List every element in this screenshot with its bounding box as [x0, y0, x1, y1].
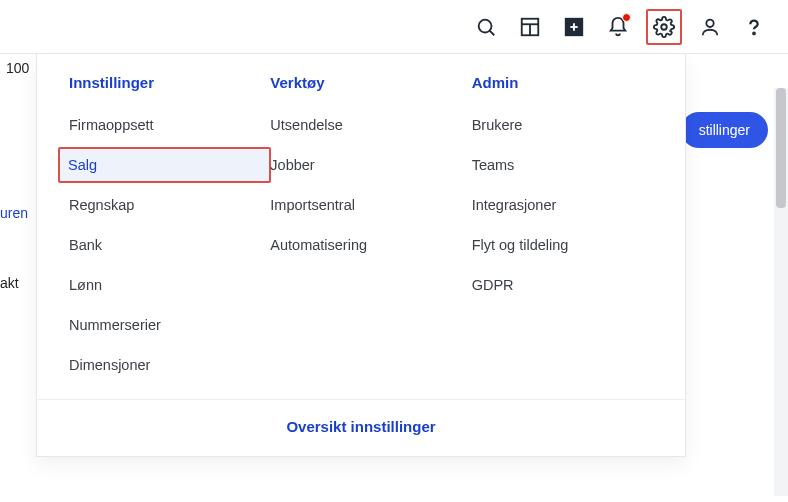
menu-item-jobber[interactable]: Jobber [260, 147, 461, 183]
menu-item-firmaoppsett[interactable]: Firmaoppsett [59, 107, 260, 143]
user-icon[interactable] [694, 11, 726, 43]
column-header: Innstillinger [59, 74, 260, 91]
search-icon[interactable] [470, 11, 502, 43]
notification-dot [622, 13, 631, 22]
menu-item-gdpr[interactable]: GDPR [462, 267, 663, 303]
menu-item-teams[interactable]: Teams [462, 147, 663, 183]
svg-point-9 [706, 19, 713, 26]
svg-point-8 [661, 24, 667, 30]
menu-item-flyt-og-tildeling[interactable]: Flyt og tildeling [462, 227, 663, 263]
svg-line-1 [490, 30, 495, 35]
menu-item-importsentral[interactable]: Importsentral [260, 187, 461, 223]
menu-item-utsendelse[interactable]: Utsendelse [260, 107, 461, 143]
bell-icon[interactable] [602, 11, 634, 43]
dropdown-footer: Oversikt innstillinger [37, 399, 685, 456]
bg-tab-partial-1: uren [0, 205, 28, 221]
menu-item-nummerserier[interactable]: Nummerserier [59, 307, 260, 343]
menu-item-dimensjoner[interactable]: Dimensjoner [59, 347, 260, 383]
column-header: Admin [462, 74, 663, 91]
menu-item-automatisering[interactable]: Automatisering [260, 227, 461, 263]
column-admin: Admin Brukere Teams Integrasjoner Flyt o… [462, 74, 663, 387]
gear-icon[interactable] [648, 11, 680, 43]
menu-item-regnskap[interactable]: Regnskap [59, 187, 260, 223]
top-toolbar [0, 0, 788, 54]
svg-point-0 [479, 19, 492, 32]
bg-cell-value: 100 [6, 60, 29, 76]
add-icon[interactable] [558, 11, 590, 43]
scrollbar[interactable] [774, 88, 788, 496]
bg-primary-button[interactable]: stillinger [681, 112, 768, 148]
svg-point-10 [753, 32, 754, 33]
menu-item-brukere[interactable]: Brukere [462, 107, 663, 143]
settings-dropdown: Innstillinger Firmaoppsett Salg Regnskap… [36, 54, 686, 457]
gear-button-highlighted[interactable] [646, 9, 682, 45]
help-icon[interactable] [738, 11, 770, 43]
column-header: Verktøy [260, 74, 461, 91]
overview-settings-link[interactable]: Oversikt innstillinger [286, 418, 435, 435]
dashboard-icon[interactable] [514, 11, 546, 43]
menu-item-salg[interactable]: Salg [58, 147, 271, 183]
column-innstillinger: Innstillinger Firmaoppsett Salg Regnskap… [59, 74, 260, 387]
menu-item-lonn[interactable]: Lønn [59, 267, 260, 303]
menu-item-integrasjoner[interactable]: Integrasjoner [462, 187, 663, 223]
column-verktoy: Verktøy Utsendelse Jobber Importsentral … [260, 74, 461, 387]
bg-tab-partial-2: akt [0, 275, 19, 291]
menu-item-bank[interactable]: Bank [59, 227, 260, 263]
